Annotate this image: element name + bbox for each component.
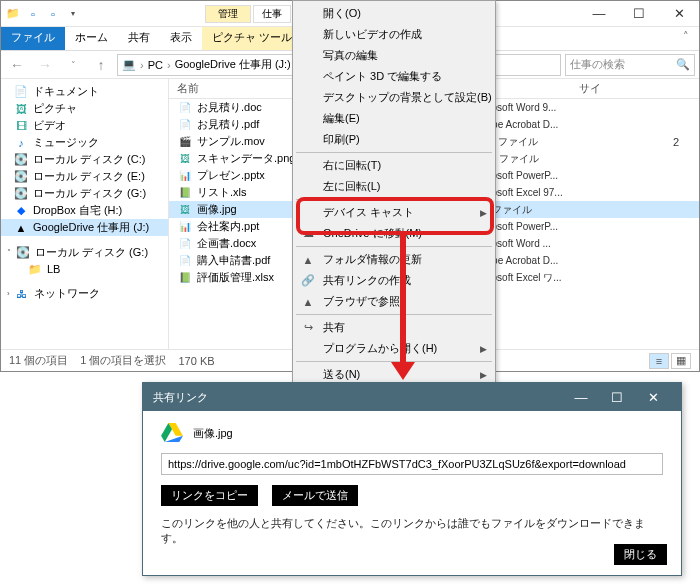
context-menu-item[interactable]: デバイス キャスト▶ [295, 202, 493, 223]
search-icon: 🔍 [676, 58, 690, 71]
menu-item-label: デスクトップの背景として設定(B) [323, 90, 492, 105]
menu-item-label: デバイス キャスト [323, 205, 414, 220]
submenu-arrow-icon: ▶ [480, 208, 487, 218]
file-icon: 🖼 [177, 203, 193, 217]
menu-item-label: フォルダ情報の更新 [323, 252, 422, 267]
menu-item-icon: 🔗 [300, 274, 316, 287]
dialog-minimize-button[interactable]: — [563, 390, 599, 405]
nav-disk-c[interactable]: 💽ローカル ディスク (C:) [1, 151, 168, 168]
file-icon: 📄 [177, 254, 193, 268]
file-size: 2 [595, 136, 699, 148]
nav-disk-g[interactable]: 💽ローカル ディスク (G:) [1, 185, 168, 202]
nav-lb[interactable]: 📁LB [1, 261, 168, 277]
context-menu-item[interactable]: 🔗共有リンクの作成 [295, 270, 493, 291]
tab-view[interactable]: 表示 [160, 27, 202, 50]
context-menu-item[interactable]: 写真の編集 [295, 45, 493, 66]
nav-network[interactable]: › 🖧ネットワーク [1, 285, 168, 302]
tab-share[interactable]: 共有 [118, 27, 160, 50]
file-type: icrosoft Word 9... [481, 102, 591, 113]
context-menu-item[interactable]: ▲ブラウザで参照 [295, 291, 493, 312]
bc-drive[interactable]: GoogleDrive 仕事用 (J:) [175, 57, 291, 72]
dialog-file-row: 画像.jpg [161, 423, 663, 443]
menu-item-icon: ☁ [300, 227, 316, 240]
file-icon: 📗 [177, 186, 193, 200]
dialog-filename: 画像.jpg [193, 426, 233, 441]
send-mail-button[interactable]: メールで送信 [272, 485, 358, 506]
file-type: dobe Acrobat D... [481, 119, 591, 130]
dialog-close-btn[interactable]: 閉じる [614, 544, 667, 565]
menu-item-label: ブラウザで参照 [323, 294, 400, 309]
folder-icon: 📁 [5, 6, 21, 22]
share-link-dialog: 共有リンク — ☐ ✕ 画像.jpg https://drive.google.… [142, 382, 682, 576]
submenu-arrow-icon: ▶ [480, 370, 487, 380]
qat-btn[interactable]: ▫ [25, 6, 41, 22]
context-menu-item[interactable]: ↪共有 [295, 317, 493, 338]
nav-disk-g2[interactable]: ˅ 💽ローカル ディスク (G:) [1, 244, 168, 261]
copy-link-button[interactable]: リンクをコピー [161, 485, 258, 506]
manage-tab[interactable]: 管理 [205, 5, 251, 23]
context-menu-item[interactable]: ペイント 3D で編集する [295, 66, 493, 87]
dialog-title: 共有リンク [153, 390, 208, 405]
forward-button[interactable]: → [33, 53, 57, 77]
menu-item-label: 印刷(P) [323, 132, 360, 147]
menu-item-label: 写真の編集 [323, 48, 378, 63]
context-menu-item[interactable]: ☁OneDrive に移動(M) [295, 223, 493, 244]
file-icon: 📊 [177, 220, 193, 234]
share-url-input[interactable]: https://drive.google.com/uc?id=1mbOtHZFb… [161, 453, 663, 475]
nav-disk-e[interactable]: 💽ローカル ディスク (E:) [1, 168, 168, 185]
nav-dropbox[interactable]: ◆DropBox 自宅 (H:) [1, 202, 168, 219]
context-menu-item[interactable]: 印刷(P) [295, 129, 493, 150]
dialog-maximize-button[interactable]: ☐ [599, 390, 635, 405]
view-details-button[interactable]: ≡ [649, 353, 669, 369]
nav-googledrive[interactable]: ▲GoogleDrive 仕事用 (J:) [1, 219, 168, 236]
back-button[interactable]: ← [5, 53, 29, 77]
menu-item-label: プログラムから開く(H) [323, 341, 437, 356]
status-size: 170 KB [178, 355, 214, 367]
context-menu-item[interactable]: 右に回転(T) [295, 155, 493, 176]
file-icon: 📗 [177, 271, 193, 285]
nav-documents[interactable]: 📄ドキュメント [1, 83, 168, 100]
submenu-arrow-icon: ▶ [480, 344, 487, 354]
dialog-close-button[interactable]: ✕ [635, 390, 671, 405]
view-icons-button[interactable]: ▦ [671, 353, 691, 369]
context-menu-item[interactable]: プログラムから開く(H)▶ [295, 338, 493, 359]
ribbon-collapse-icon[interactable]: ˄ [673, 27, 699, 50]
search-input[interactable]: 仕事の検索 🔍 [565, 54, 695, 76]
col-size[interactable]: サイ [579, 81, 699, 96]
context-menu-item[interactable]: デスクトップの背景として設定(B) [295, 87, 493, 108]
maximize-button[interactable]: ☐ [619, 1, 659, 27]
context-menu-item[interactable]: 新しいビデオの作成 [295, 24, 493, 45]
file-icon: 📄 [177, 118, 193, 132]
qat-btn[interactable]: ▫ [45, 6, 61, 22]
context-menu: 開く(O)新しいビデオの作成写真の編集ペイント 3D で編集するデスクトップの背… [292, 0, 496, 435]
file-type: G ファイル [481, 203, 591, 217]
file-type: icrosoft Excel 97... [481, 187, 591, 198]
menu-item-label: 新しいビデオの作成 [323, 27, 422, 42]
context-menu-item[interactable]: 開く(O) [295, 3, 493, 24]
context-menu-item[interactable]: 編集(E) [295, 108, 493, 129]
search-placeholder: 仕事の検索 [570, 57, 625, 72]
context-menu-item[interactable]: 左に回転(L) [295, 176, 493, 197]
menu-item-label: 編集(E) [323, 111, 360, 126]
close-button[interactable]: ✕ [659, 1, 699, 27]
menu-item-label: 左に回転(L) [323, 179, 380, 194]
google-drive-icon [161, 423, 183, 443]
menu-item-label: ペイント 3D で編集する [323, 69, 442, 84]
file-icon: 🎬 [177, 135, 193, 149]
file-type: NG ファイル [481, 152, 591, 166]
menu-item-label: OneDrive に移動(M) [323, 226, 422, 241]
menu-item-icon: ▲ [300, 296, 316, 308]
nav-pictures[interactable]: 🖼ピクチャ [1, 100, 168, 117]
recent-dropdown-icon[interactable]: ˅ [61, 53, 85, 77]
tab-file[interactable]: ファイル [1, 27, 65, 50]
nav-videos[interactable]: 🎞ビデオ [1, 117, 168, 134]
tab-home[interactable]: ホーム [65, 27, 118, 50]
nav-music[interactable]: ♪ミュージック [1, 134, 168, 151]
minimize-button[interactable]: — [579, 1, 619, 27]
context-menu-item[interactable]: ▲フォルダ情報の更新 [295, 249, 493, 270]
bc-pc[interactable]: PC [148, 59, 163, 71]
nav-pane: 📄ドキュメント 🖼ピクチャ 🎞ビデオ ♪ミュージック 💽ローカル ディスク (C… [1, 79, 169, 349]
tab-picture-tools[interactable]: ピクチャ ツール [202, 27, 302, 50]
qat-dropdown-icon[interactable]: ▾ [65, 6, 81, 22]
up-button[interactable]: ↑ [89, 53, 113, 77]
